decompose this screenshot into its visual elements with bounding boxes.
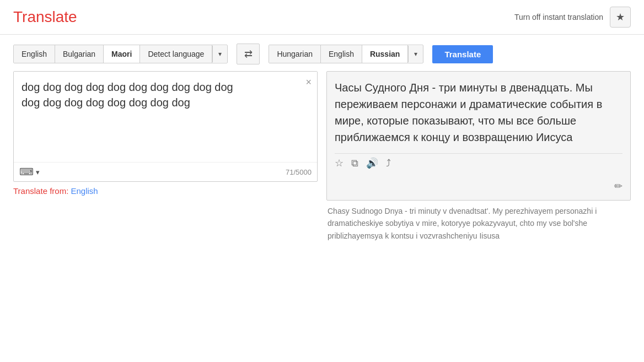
source-lang-detect[interactable]: Detect language — [140, 45, 212, 63]
edit-button[interactable]: ✏ — [614, 180, 622, 192]
target-lang-english[interactable]: English — [321, 45, 362, 63]
target-lang-hungarian[interactable]: Hungarian — [269, 45, 321, 63]
main-content: English Bulgarian Maori Detect language … — [0, 35, 644, 251]
translate-button[interactable]: Translate — [432, 45, 493, 63]
instant-translation-label: Turn off instant translation — [514, 13, 603, 21]
language-bars-row: English Bulgarian Maori Detect language … — [13, 44, 631, 64]
keyboard-button[interactable]: ⌨ ▾ — [19, 166, 40, 178]
target-lang-dropdown[interactable]: ▾ — [408, 46, 423, 62]
source-lang-maori[interactable]: Maori — [104, 45, 140, 63]
keyboard-icon: ⌨ — [19, 166, 34, 178]
translate-from-label: Translate from: — [13, 186, 68, 196]
copy-icon: ⧉ — [351, 158, 358, 169]
right-section: Часы Судного Дня - три минуты в двенадца… — [326, 71, 631, 242]
share-button[interactable]: ⤴ — [386, 158, 391, 169]
target-lang-russian[interactable]: Russian — [362, 45, 408, 63]
swap-languages-button[interactable]: ⇄ — [237, 44, 260, 64]
share-icon: ⤴ — [386, 158, 391, 169]
favorite-button[interactable]: ☆ — [335, 157, 344, 169]
app-title: Translate — [13, 8, 77, 26]
translation-panel: Часы Судного Дня - три минуты в двенадца… — [326, 71, 631, 201]
translation-actions: ☆ ⧉ 🔊 ⤴ — [335, 153, 622, 172]
edit-icon: ✏ — [614, 181, 622, 192]
header: Translate Turn off instant translation ★ — [0, 0, 644, 35]
swap-icon: ⇄ — [244, 48, 253, 60]
char-count: 71/5000 — [286, 168, 312, 176]
keyboard-dropdown-icon: ▾ — [36, 168, 40, 176]
source-textarea[interactable]: dog dog dog dog dog dog dog dog dog dog … — [14, 72, 317, 160]
star-button[interactable]: ★ — [610, 7, 631, 28]
clear-icon: × — [305, 77, 312, 88]
star-outline-icon: ☆ — [335, 158, 344, 169]
copy-button[interactable]: ⧉ — [351, 158, 358, 169]
translate-from-language: English — [71, 186, 98, 196]
left-section: dog dog dog dog dog dog dog dog dog dog … — [13, 71, 318, 242]
star-icon: ★ — [616, 11, 625, 23]
left-panel-footer: ⌨ ▾ 71/5000 — [14, 162, 317, 181]
audio-icon: 🔊 — [366, 158, 378, 169]
transliteration: Chasy Sudnogo Dnya - tri minuty v dvenad… — [326, 205, 631, 242]
target-lang-bar: Hungarian English Russian ▾ — [269, 45, 423, 63]
source-lang-bulgarian[interactable]: Bulgarian — [55, 45, 104, 63]
panels-wrapper: dog dog dog dog dog dog dog dog dog dog … — [13, 71, 631, 242]
translated-text: Часы Судного Дня - три минуты в двенадца… — [335, 79, 622, 145]
source-lang-english[interactable]: English — [14, 45, 55, 63]
clear-source-button[interactable]: × — [305, 77, 312, 87]
translate-from: Translate from: English — [13, 186, 318, 196]
source-lang-bar: English Bulgarian Maori Detect language … — [13, 45, 228, 63]
header-right: Turn off instant translation ★ — [514, 7, 631, 28]
source-lang-dropdown[interactable]: ▾ — [212, 46, 227, 62]
source-panel: dog dog dog dog dog dog dog dog dog dog … — [13, 71, 318, 182]
audio-button[interactable]: 🔊 — [366, 157, 378, 169]
